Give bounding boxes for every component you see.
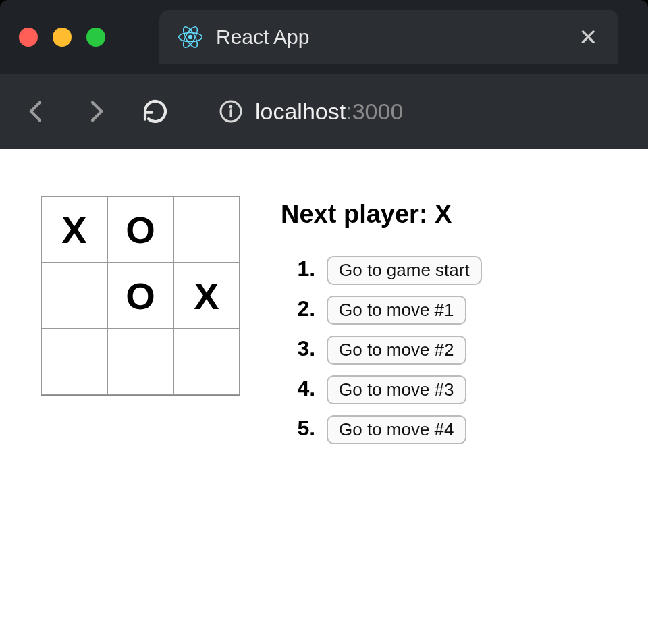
window-minimize-button[interactable] (53, 28, 72, 47)
url-host: localhost (255, 99, 346, 124)
history-button-move-3[interactable]: Go to move #3 (327, 375, 466, 404)
history-button-move-1[interactable]: Go to move #1 (327, 296, 466, 325)
square-2[interactable] (173, 196, 240, 263)
svg-point-6 (230, 106, 232, 107)
square-0[interactable]: X (41, 196, 107, 263)
window-close-button[interactable] (19, 28, 38, 47)
browser-chrome: React App ✕ localhost: (0, 0, 648, 149)
history-list: Go to game start Go to move #1 Go to mov… (281, 256, 482, 444)
window-traffic-lights (19, 28, 105, 47)
list-item: Go to game start (321, 256, 482, 285)
game-board: X O O X (40, 196, 240, 396)
svg-point-0 (188, 35, 192, 39)
square-3[interactable] (41, 263, 107, 329)
url-port: :3000 (346, 99, 403, 124)
back-icon[interactable] (20, 95, 53, 128)
list-item: Go to move #4 (321, 415, 482, 444)
game-info: Next player: X Go to game start Go to mo… (281, 196, 482, 455)
list-item: Go to move #2 (321, 336, 482, 365)
list-item: Go to move #1 (321, 296, 482, 325)
square-6[interactable] (41, 329, 107, 395)
status-text: Next player: X (281, 200, 482, 229)
square-8[interactable] (173, 329, 240, 395)
forward-icon[interactable] (80, 95, 112, 128)
tab-title: React App (216, 26, 563, 49)
square-4[interactable]: O (107, 263, 173, 329)
browser-tab[interactable]: React App ✕ (159, 10, 618, 64)
react-icon (178, 25, 202, 49)
close-icon[interactable]: ✕ (576, 24, 599, 51)
history-button-move-4[interactable]: Go to move #4 (327, 415, 466, 444)
history-button-start[interactable]: Go to game start (327, 256, 482, 285)
browser-tabbar: React App ✕ (0, 0, 648, 74)
window-maximize-button[interactable] (86, 28, 105, 47)
info-icon (219, 99, 243, 124)
list-item: Go to move #3 (321, 375, 482, 404)
browser-toolbar: localhost:3000 (0, 74, 648, 149)
page-content: X O O X Next player: X Go to game start … (0, 149, 648, 644)
address-bar[interactable]: localhost:3000 (219, 99, 403, 125)
square-7[interactable] (107, 329, 173, 395)
url-text: localhost:3000 (255, 99, 403, 125)
reload-icon[interactable] (139, 95, 171, 128)
square-1[interactable]: O (107, 196, 173, 263)
square-5[interactable]: X (173, 263, 240, 329)
history-button-move-2[interactable]: Go to move #2 (327, 336, 466, 365)
